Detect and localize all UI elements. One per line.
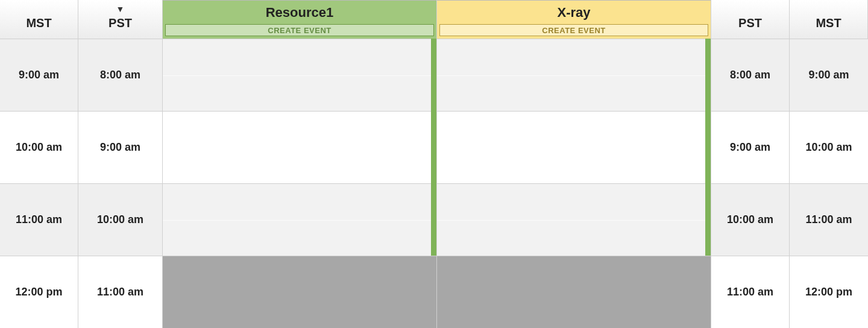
tz-header-mst-left: MST xyxy=(0,0,78,39)
time-cell-mst: 10:00 am xyxy=(0,111,78,183)
tz-label: MST xyxy=(26,16,51,30)
time-cell-mst: 11:00 am xyxy=(790,183,868,256)
time-cell-pst: 8:00 am xyxy=(711,39,789,111)
availability-stripe xyxy=(705,39,711,256)
schedule-slot[interactable] xyxy=(163,39,436,111)
time-cell-mst: 12:00 pm xyxy=(0,256,78,328)
schedule-slot-blocked xyxy=(437,256,711,328)
tz-header-pst-left[interactable]: ▼ PST xyxy=(78,0,163,39)
time-cell-mst: 10:00 am xyxy=(790,111,868,183)
time-cell-pst: 10:00 am xyxy=(711,183,789,256)
time-cell-pst: 9:00 am xyxy=(711,111,789,183)
time-cell-mst: 9:00 am xyxy=(790,39,868,111)
time-cell-pst: 10:00 am xyxy=(78,183,162,256)
schedule-slot-blocked xyxy=(163,256,436,328)
tz-header-pst-right: PST xyxy=(711,0,790,39)
schedule-slot[interactable] xyxy=(163,183,436,256)
resource-title: X-ray xyxy=(437,1,711,24)
resource-title: Resource1 xyxy=(163,1,436,24)
time-cell-pst: 11:00 am xyxy=(78,256,162,328)
schedule-slot[interactable] xyxy=(437,183,711,256)
tz-label: PST xyxy=(108,16,132,30)
tz-header-mst-right: MST xyxy=(790,0,868,39)
create-event-button[interactable]: CREATE EVENT xyxy=(165,24,434,36)
time-cell-pst: 8:00 am xyxy=(78,39,162,111)
time-cell-pst: 11:00 am xyxy=(711,256,789,328)
tz-label: MST xyxy=(816,16,841,30)
time-cell-mst: 12:00 pm xyxy=(790,256,868,328)
schedule-slot[interactable] xyxy=(437,111,711,183)
availability-stripe xyxy=(431,39,436,256)
schedule-slot[interactable] xyxy=(163,111,436,183)
dropdown-arrow-icon: ▼ xyxy=(116,4,125,14)
create-event-button[interactable]: CREATE EVENT xyxy=(439,24,708,36)
resource-header-xray: X-ray CREATE EVENT xyxy=(437,0,711,39)
time-cell-mst: 11:00 am xyxy=(0,183,78,256)
schedule-slot[interactable] xyxy=(437,39,711,111)
tz-label: PST xyxy=(738,16,762,30)
resource-header-resource1: Resource1 CREATE EVENT xyxy=(163,0,437,39)
time-cell-mst: 9:00 am xyxy=(0,39,78,111)
time-cell-pst: 9:00 am xyxy=(78,111,162,183)
